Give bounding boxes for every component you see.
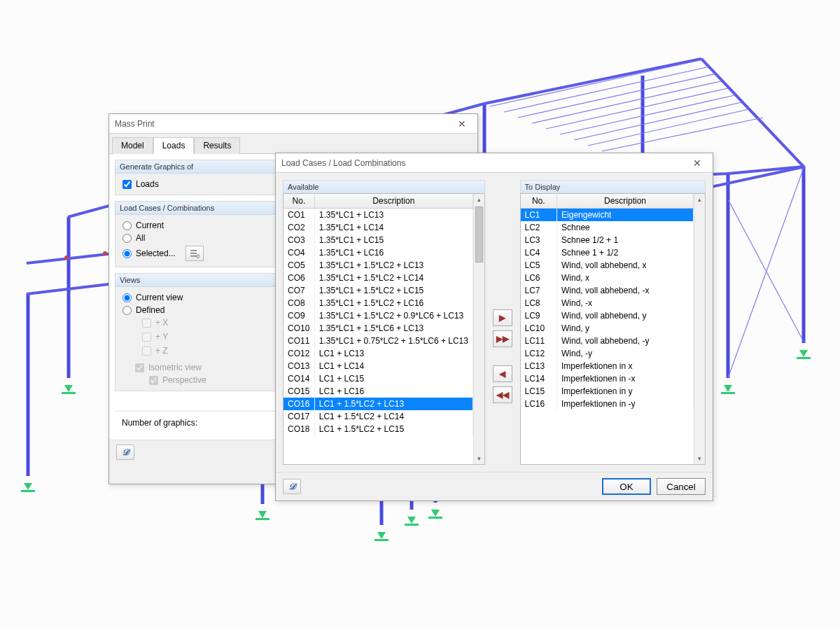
- help-button[interactable]: 𝒟: [283, 479, 301, 494]
- help-button[interactable]: 𝒟: [116, 444, 134, 460]
- tab-model[interactable]: Model: [112, 137, 153, 154]
- lcc-all-radio[interactable]: [122, 234, 132, 243]
- scroll-down-icon[interactable]: ▾: [694, 453, 705, 464]
- table-row[interactable]: LC5Wind, voll abhebend, x: [521, 259, 694, 272]
- svg-line-18: [490, 60, 700, 106]
- cell-no: CO5: [284, 259, 314, 272]
- table-row[interactable]: CO13LC1 + LC14: [284, 360, 472, 372]
- table-row[interactable]: CO17LC1 + 1.5*LC2 + LC14: [284, 410, 472, 423]
- svg-line-28: [728, 168, 804, 378]
- move-right-button[interactable]: ▶: [493, 309, 512, 326]
- cell-desc: LC1 + 1.5*LC2 + LC14: [314, 410, 472, 423]
- table-row[interactable]: CO14LC1 + LC15: [284, 372, 472, 385]
- lcc-all-label: All: [136, 233, 145, 243]
- table-row[interactable]: CO12LC1 + LC13: [284, 347, 472, 360]
- col-desc[interactable]: Description: [314, 194, 472, 209]
- table-row[interactable]: CO16LC1 + 1.5*LC2 + LC13: [284, 398, 472, 410]
- lcc-current-radio[interactable]: [122, 221, 132, 230]
- table-row[interactable]: LC9Wind, voll abhebend, y: [521, 309, 694, 322]
- cell-no: CO12: [284, 347, 314, 360]
- table-row[interactable]: LC2Schnee: [521, 221, 694, 234]
- svg-marker-29: [24, 483, 32, 490]
- todisplay-listbox[interactable]: No. Description LC1EigengewichtLC2Schnee…: [520, 193, 706, 465]
- cell-no: LC11: [521, 335, 557, 347]
- table-row[interactable]: LC12Wind, -y: [521, 347, 694, 360]
- table-row[interactable]: CO111.35*LC1 + 0.75*LC2 + 1.5*LC6 + LC13: [284, 335, 472, 347]
- available-scrollbar[interactable]: ▴ ▾: [473, 194, 484, 464]
- svg-rect-44: [797, 357, 811, 359]
- table-row[interactable]: LC8Wind, -x: [521, 297, 694, 309]
- views-current-label: Current view: [136, 293, 183, 302]
- views-defined-radio[interactable]: [122, 306, 132, 315]
- ok-button[interactable]: OK: [602, 478, 651, 495]
- cell-no: LC8: [521, 297, 557, 309]
- table-row[interactable]: CO31.35*LC1 + LC15: [284, 234, 472, 246]
- close-icon[interactable]: ✕: [687, 153, 707, 173]
- table-row[interactable]: LC16Imperfektionen in -y: [521, 398, 694, 410]
- scroll-thumb[interactable]: [475, 206, 483, 262]
- table-row[interactable]: CO51.35*LC1 + 1.5*LC2 + LC13: [284, 259, 472, 272]
- tab-results[interactable]: Results: [194, 137, 240, 154]
- table-row[interactable]: LC3Schnee 1/2 + 1: [521, 234, 694, 246]
- svg-marker-33: [258, 511, 267, 518]
- svg-line-22: [546, 88, 728, 129]
- table-row[interactable]: CO41.35*LC1 + LC16: [284, 246, 472, 259]
- move-all-left-button[interactable]: ◀◀: [493, 386, 512, 403]
- table-row[interactable]: CO61.35*LC1 + 1.5*LC2 + LC14: [284, 272, 472, 284]
- table-row[interactable]: LC13Imperfektionen in x: [521, 360, 694, 372]
- available-listbox[interactable]: No. Description CO11.35*LC1 + LC13CO21.3…: [283, 193, 485, 465]
- table-row[interactable]: CO91.35*LC1 + 1.5*LC2 + 0.9*LC6 + LC13: [284, 309, 472, 322]
- col-desc[interactable]: Description: [557, 194, 694, 209]
- scroll-down-icon[interactable]: ▾: [474, 453, 484, 464]
- cell-desc: Imperfektionen in y: [557, 385, 694, 398]
- table-row[interactable]: LC6Wind, x: [521, 272, 694, 284]
- cell-desc: 1.35*LC1 + 1.5*LC2 + 0.9*LC6 + LC13: [314, 309, 472, 322]
- todisplay-scrollbar[interactable]: ▴ ▾: [694, 194, 705, 464]
- table-row[interactable]: CO21.35*LC1 + LC14: [284, 221, 472, 234]
- table-row[interactable]: LC1Eigengewicht: [521, 209, 694, 222]
- cell-no: LC14: [521, 372, 557, 385]
- table-row[interactable]: CO81.35*LC1 + 1.5*LC2 + LC16: [284, 297, 472, 309]
- tab-loads[interactable]: Loads: [153, 137, 195, 154]
- mass-print-titlebar: Mass Print ✕: [109, 114, 477, 134]
- iso-label: Isometric view: [148, 363, 202, 372]
- loads-checkbox[interactable]: [122, 180, 132, 189]
- views-current-radio[interactable]: [122, 293, 132, 302]
- cell-no: CO1: [284, 209, 314, 222]
- table-row[interactable]: LC14Imperfektionen in -x: [521, 372, 694, 385]
- table-row[interactable]: CO18LC1 + 1.5*LC2 + LC15: [284, 423, 472, 435]
- scroll-up-icon[interactable]: ▴: [694, 194, 705, 205]
- cancel-button[interactable]: Cancel: [657, 478, 706, 495]
- table-row[interactable]: LC10Wind, y: [521, 322, 694, 335]
- cell-desc: 1.35*LC1 + LC13: [314, 209, 472, 222]
- col-no[interactable]: No.: [521, 194, 557, 209]
- svg-rect-48: [190, 253, 197, 254]
- move-all-right-button[interactable]: ▶▶: [493, 330, 512, 347]
- table-row[interactable]: LC4Schnee 1 + 1/2: [521, 246, 694, 259]
- cell-no: LC13: [521, 360, 557, 372]
- lcc-selected-radio[interactable]: [122, 249, 132, 258]
- cell-no: LC5: [521, 259, 557, 272]
- move-buttons: ▶ ▶▶ ◀ ◀◀: [492, 180, 513, 465]
- svg-line-14: [484, 59, 701, 104]
- svg-line-26: [602, 118, 763, 151]
- table-row[interactable]: CO11.35*LC1 + LC13: [284, 209, 472, 222]
- loads-checkbox-label: Loads: [136, 179, 159, 189]
- table-row[interactable]: CO101.35*LC1 + 1.5*LC6 + LC13: [284, 322, 472, 335]
- scroll-up-icon[interactable]: ▴: [474, 194, 484, 205]
- table-row[interactable]: LC15Imperfektionen in y: [521, 385, 694, 398]
- table-row[interactable]: LC11Wind, voll abhebend, -y: [521, 335, 694, 347]
- col-no[interactable]: No.: [284, 194, 314, 209]
- cell-no: CO16: [284, 398, 314, 410]
- svg-rect-42: [721, 392, 735, 394]
- lcc-selected-label: Selected...: [136, 248, 176, 258]
- close-icon[interactable]: ✕: [452, 114, 472, 134]
- table-row[interactable]: CO15LC1 + LC16: [284, 385, 472, 398]
- table-row[interactable]: CO71.35*LC1 + 1.5*LC2 + LC15: [284, 284, 472, 297]
- axis-plusy-label: + Y: [155, 332, 168, 342]
- cell-desc: 1.35*LC1 + 1.5*LC2 + LC13: [314, 259, 472, 272]
- table-row[interactable]: LC7Wind, voll abhebend, -x: [521, 284, 694, 297]
- select-lcc-button[interactable]: [186, 246, 204, 261]
- move-left-button[interactable]: ◀: [493, 365, 512, 382]
- cell-desc: Wind, voll abhebend, -x: [557, 284, 694, 297]
